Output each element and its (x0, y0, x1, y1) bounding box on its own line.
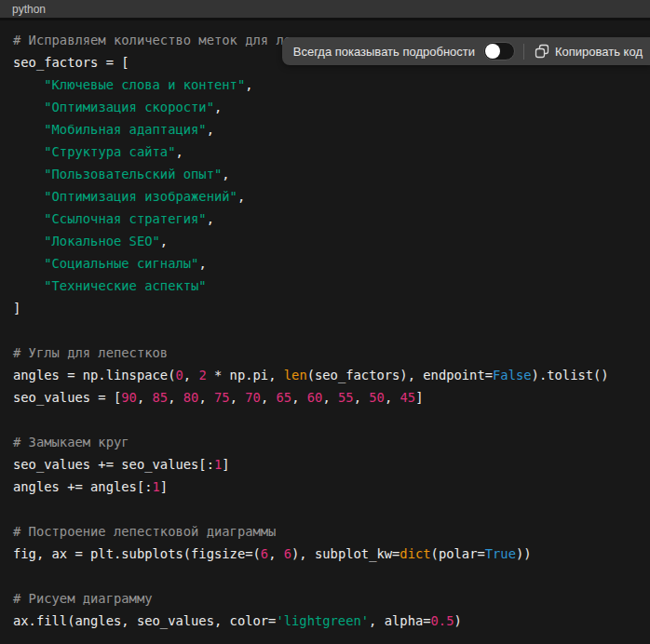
code-token: ] (415, 390, 423, 405)
code-line: "Локальное SEO", (13, 230, 637, 252)
copy-code-label: Копировать код (555, 45, 643, 59)
code-token: ), subplot_kw= (291, 546, 399, 561)
code-token: , (207, 211, 214, 226)
code-token: angles += angles[: (13, 479, 153, 494)
code-token: "Структура сайта" (44, 144, 175, 159)
code-token: , (354, 390, 370, 405)
code-token: , (261, 390, 277, 405)
code-token: ] (160, 479, 168, 494)
code-toolbar: Всегда показывать подробности Копировать… (282, 37, 650, 65)
code-token: 85 (153, 390, 169, 405)
code-line: seo_values = [90, 85, 80, 75, 70, 65, 60… (13, 386, 637, 409)
code-token: False (493, 368, 532, 382)
code-token: , (237, 189, 245, 204)
code-token: 75 (214, 390, 230, 405)
code-token: 6 (284, 546, 291, 561)
code-token: 65 (277, 390, 292, 405)
code-token (13, 167, 44, 181)
code-token: "Технические аспекты" (44, 278, 206, 293)
code-token: angles = np.linspace( (13, 368, 175, 382)
code-language-label: python (12, 4, 46, 15)
code-line (13, 565, 637, 587)
code-token: # Углы для лепестков (13, 345, 168, 360)
code-line: seo_values += seo_values[:1] (13, 453, 637, 476)
code-token: ] (222, 457, 229, 472)
code-token: 70 (245, 390, 261, 405)
code-token (13, 256, 44, 271)
code-line (13, 498, 637, 520)
code-token (13, 122, 44, 137)
code-header: python (0, 0, 650, 20)
code-line: ] (13, 297, 637, 319)
copy-code-button[interactable]: Копировать код (533, 44, 644, 59)
code-token: )) (516, 546, 532, 561)
code-token: * np.pi, (207, 368, 284, 382)
code-token: len (284, 368, 307, 382)
code-line: angles += angles[:1] (13, 476, 637, 498)
code-token: fig, ax = plt.subplots(figsize=( (13, 546, 261, 561)
code-token (13, 189, 44, 204)
code-line: fig, ax = plt.subplots(figsize=(6, 6), s… (13, 543, 637, 565)
code-token: True (485, 546, 516, 561)
code-token: ax.fill(angles, seo_values, color= (13, 613, 276, 628)
details-toggle[interactable] (483, 42, 515, 60)
code-token: (seo_factors), endpoint= (307, 368, 493, 382)
code-line: # Замыкаем круг (13, 431, 637, 453)
code-line: "Оптимизация изображений", (13, 185, 637, 208)
code-token: , (198, 390, 214, 405)
code-token: , (268, 546, 284, 561)
code-line: # Построение лепестковой диаграммы (13, 520, 637, 543)
code-token: "Ссылочная стратегия" (44, 211, 206, 226)
code-line: "Пользовательский опыт", (13, 163, 637, 185)
code-token: "Ключевые слова и контент" (44, 77, 245, 92)
code-token (13, 77, 44, 92)
code-token (13, 234, 44, 248)
code-token: 6 (261, 546, 268, 561)
code-line (13, 409, 637, 431)
code-token: , (291, 390, 307, 405)
code-token: , (385, 390, 400, 405)
code-token: 80 (183, 390, 199, 405)
code-token: , (198, 256, 206, 271)
toggle-knob-icon (485, 44, 500, 59)
code-token: # Замыкаем круг (13, 435, 129, 449)
code-token: seo_factors = [ (13, 55, 129, 70)
code-line: "Технические аспекты" (13, 275, 637, 297)
code-token: 60 (307, 390, 323, 405)
code-window: python # Исправляем количество меток для… (0, 0, 650, 644)
code-token: dict (399, 546, 430, 561)
code-token: , (160, 234, 168, 248)
code-token: 2 (198, 368, 206, 382)
toolbar-divider (523, 44, 524, 60)
code-token: ).tolist() (532, 368, 609, 382)
code-line: "Мобильная адаптация", (13, 118, 637, 141)
code-token (13, 100, 44, 114)
code-token: , (214, 100, 222, 114)
code-token: 1 (153, 479, 160, 494)
code-block[interactable]: # Исправляем количество меток для лепест… (0, 20, 650, 640)
code-token (13, 278, 44, 293)
code-line: # Рисуем диаграмму (13, 587, 637, 610)
code-token: , (137, 390, 153, 405)
code-line: "Оптимизация скорости", (13, 96, 637, 118)
code-token: , (322, 390, 338, 405)
code-token: 55 (338, 390, 354, 405)
code-token: , (230, 390, 246, 405)
code-token: , (245, 77, 252, 92)
code-line: "Ссылочная стратегия", (13, 208, 637, 230)
code-token: "Мобильная адаптация" (44, 122, 206, 137)
code-token: seo_values += seo_values[: (13, 457, 214, 472)
code-token: (polar= (431, 546, 485, 561)
code-token: "Локальное SEO" (44, 234, 160, 248)
code-token: "Социальные сигналы" (44, 256, 198, 271)
code-line (13, 319, 637, 342)
code-token: 0.5 (431, 613, 454, 628)
code-line: "Социальные сигналы", (13, 252, 637, 275)
code-token: , alpha= (369, 613, 430, 628)
code-token: , (168, 390, 183, 405)
code-token: ) (454, 613, 461, 628)
copy-icon (535, 44, 549, 59)
code-token: ] (13, 301, 20, 315)
code-token (13, 211, 44, 226)
code-line: angles = np.linspace(0, 2 * np.pi, len(s… (13, 364, 637, 386)
